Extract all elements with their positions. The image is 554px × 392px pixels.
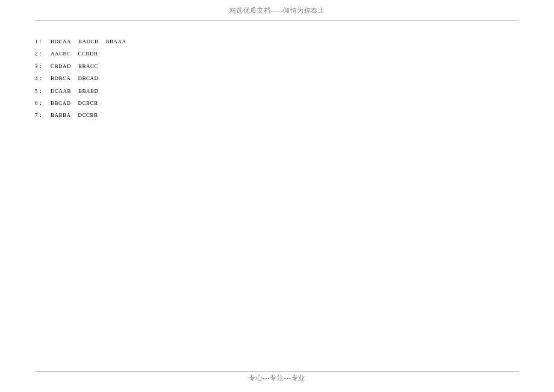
bottom-divider (35, 371, 519, 372)
answer-group: BBACC (78, 62, 98, 70)
answer-row: 7： BABBA DCCBB (35, 111, 554, 119)
answer-group: AACBC (51, 49, 71, 58)
answer-row: 6： BBCAD DCBCB (35, 99, 554, 107)
answer-group: CBDAD (51, 62, 71, 70)
answer-row: 3： CBDAD BBACC (35, 62, 554, 70)
row-number: 7： (35, 111, 47, 119)
answer-group: BDBCA (51, 74, 71, 82)
answer-row: 5： DCAAB BBABD (35, 87, 554, 95)
answer-group: CCBDB (78, 49, 98, 58)
top-divider (35, 20, 519, 20)
page-footer: 专心---专注---专业 (0, 373, 554, 382)
answer-group: BABBA (51, 111, 71, 119)
answer-row: 4： BDBCA DBCAD (35, 74, 554, 82)
answer-group: BADCB (78, 37, 99, 46)
answer-content: 1： BDCAA BADCB BBAAA 2： AACBC CCBDB 3： C… (35, 37, 554, 120)
answer-group: DCCBB (78, 111, 98, 119)
row-number: 6： (35, 99, 47, 107)
answer-row: 1： BDCAA BADCB BBAAA (35, 37, 554, 46)
answer-group: DBCAD (78, 74, 99, 82)
answer-row: 2： AACBC CCBDB (35, 49, 554, 58)
row-number: 4： (35, 74, 47, 82)
answer-group: BBCAD (51, 99, 71, 107)
answer-group: BBAAA (106, 37, 126, 46)
row-number: 1： (35, 37, 47, 46)
answer-group: DCBCB (78, 99, 98, 107)
answer-group: DCAAB (51, 87, 71, 95)
row-number: 3： (35, 62, 47, 70)
answer-group: BDCAA (51, 37, 71, 46)
row-number: 2： (35, 49, 47, 58)
row-number: 5： (35, 87, 47, 95)
page-header: 精选优质文档-----倾情为你奉上 (0, 0, 554, 15)
answer-group: BBABD (78, 87, 99, 95)
